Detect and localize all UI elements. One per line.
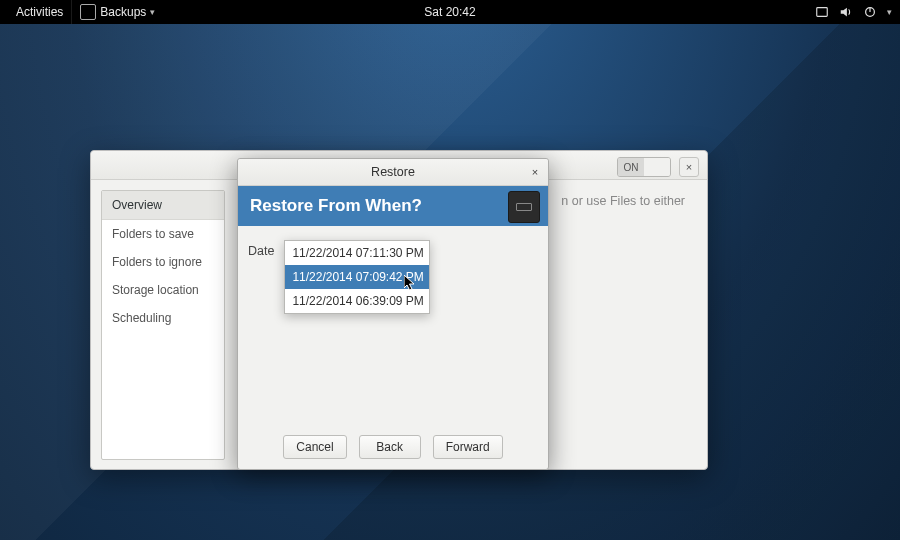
chevron-down-icon: ▾ (150, 7, 155, 17)
toggle-on-label: ON (618, 158, 644, 176)
desktop: Activities Backups ▾ Sat 20:42 ▾ ON (0, 0, 900, 540)
dialog-heading: Restore From When? (250, 196, 422, 216)
disk-icon (508, 191, 540, 223)
activities-button[interactable]: Activities (8, 0, 71, 24)
sidebar-item-storage[interactable]: Storage location (102, 276, 224, 304)
dialog-close-button[interactable]: × (528, 165, 542, 179)
backup-app-icon (80, 4, 96, 20)
accessibility-icon[interactable] (815, 5, 829, 19)
backup-toggle[interactable]: ON (617, 157, 671, 177)
restore-dialog: Restore × Restore From When? Date 11/22/… (237, 158, 549, 470)
top-panel: Activities Backups ▾ Sat 20:42 ▾ (0, 0, 900, 24)
date-option-2[interactable]: 11/22/2014 06:39:09 PM (285, 289, 429, 313)
cancel-button[interactable]: Cancel (283, 435, 346, 459)
date-option-0[interactable]: 11/22/2014 07:11:30 PM (285, 241, 429, 265)
sidebar-item-folders-save[interactable]: Folders to save (102, 220, 224, 248)
app-menu-label: Backups (100, 5, 146, 19)
svg-rect-0 (817, 8, 828, 17)
dialog-heading-bar: Restore From When? (238, 186, 548, 226)
volume-icon[interactable] (839, 5, 853, 19)
power-icon[interactable] (863, 5, 877, 19)
sidebar-item-overview[interactable]: Overview (102, 191, 224, 220)
overview-hint-partial: n or use Files to either (561, 194, 685, 208)
sidebar-item-scheduling[interactable]: Scheduling (102, 304, 224, 332)
settings-sidebar: Overview Folders to save Folders to igno… (101, 190, 225, 460)
back-button[interactable]: Back (359, 435, 421, 459)
dialog-titlebar: Restore × (238, 159, 548, 186)
date-dropdown-menu: 11/22/2014 07:11:30 PM 11/22/2014 07:09:… (284, 240, 430, 314)
sidebar-item-folders-ignore[interactable]: Folders to ignore (102, 248, 224, 276)
forward-button[interactable]: Forward (433, 435, 503, 459)
app-menu[interactable]: Backups ▾ (71, 0, 163, 24)
toggle-off-half (644, 158, 670, 176)
chevron-down-icon: ▾ (887, 7, 892, 17)
window-close-button[interactable]: × (679, 157, 699, 177)
date-label: Date (248, 240, 274, 258)
dialog-title: Restore (371, 165, 415, 179)
date-option-1[interactable]: 11/22/2014 07:09:42 PM (285, 265, 429, 289)
